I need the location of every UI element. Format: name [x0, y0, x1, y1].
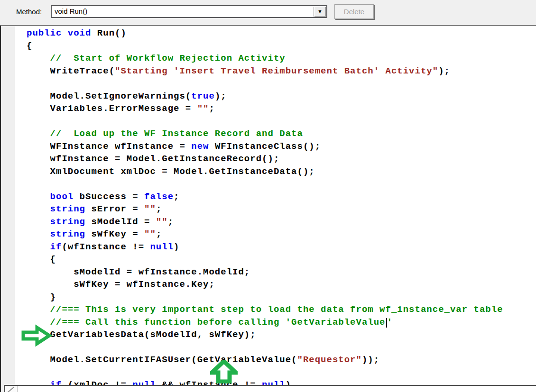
method-combobox-value: void Run() — [55, 7, 87, 15]
editor-gutter — [1, 26, 15, 392]
scrollbar-corner-grip[interactable] — [6, 386, 18, 392]
code-line[interactable] — [27, 366, 536, 379]
code-line[interactable]: sModelId = wfInstance.ModelId; — [27, 266, 536, 279]
code-line[interactable]: GetVariablesData(sModelId, sWfKey); — [27, 328, 536, 341]
green-up-arrow-icon — [210, 360, 238, 383]
method-combobox-dropdown-button[interactable]: ▼ — [314, 7, 326, 17]
code-line[interactable]: string sError = ""; — [27, 203, 536, 216]
code-line[interactable]: { — [27, 253, 536, 266]
code-line[interactable]: public void Run() — [27, 27, 536, 40]
code-line[interactable]: sWfKey = wfInstance.Key; — [27, 278, 536, 291]
code-line[interactable]: { — [27, 40, 536, 53]
code-lines[interactable]: public void Run(){ // Start of Workflow … — [15, 27, 536, 392]
code-line[interactable]: Model.SetCurrentIFASUser(GetVariableValu… — [27, 354, 536, 366]
code-line[interactable]: Variables.ErrorMessage = ""; — [27, 102, 536, 115]
green-right-arrow-icon — [21, 324, 52, 347]
code-line[interactable]: wfInstance = Model.GetInstanceRecord(); — [27, 153, 536, 165]
code-line[interactable] — [27, 77, 536, 90]
code-line[interactable]: if(wfInstance != null) — [27, 241, 536, 254]
chevron-down-icon: ▼ — [317, 9, 323, 14]
code-line[interactable]: WFInstance wfInstance = new WFInstanceCl… — [27, 140, 536, 153]
code-line[interactable]: //=== This is very important step to loa… — [27, 303, 536, 316]
code-line[interactable]: string sWfKey = ""; — [27, 228, 536, 241]
code-line[interactable]: // Load up the WF Instance Record and Da… — [27, 128, 536, 140]
code-line[interactable]: //=== Call this function before calling … — [27, 316, 536, 329]
horizontal-scrollbar[interactable] — [4, 385, 536, 392]
delete-button[interactable]: Delete — [334, 4, 374, 19]
code-line[interactable]: } — [27, 291, 536, 304]
code-editor[interactable]: public void Run(){ // Start of Workflow … — [0, 25, 536, 392]
method-combobox[interactable]: void Run() ▼ — [51, 5, 327, 18]
code-line[interactable]: Model.SetIgnoreWarnings(true); — [27, 90, 536, 103]
code-line[interactable] — [27, 178, 536, 191]
delete-button-label: Delete — [344, 8, 364, 16]
code-line[interactable]: WriteTrace("Starting 'Insert Travel Reim… — [27, 65, 536, 78]
code-line[interactable]: bool bSuccess = false; — [27, 191, 536, 203]
method-label: Method: — [16, 8, 42, 16]
code-line[interactable] — [27, 115, 536, 128]
code-line[interactable]: XmlDocument xmlDoc = Model.GetInstanceDa… — [27, 165, 536, 178]
toolbar: Method: void Run() ▼ Delete — [0, 0, 536, 25]
diagonal-grip-icon — [6, 386, 17, 392]
code-line[interactable]: // Start of Workflow Rejection Activity — [27, 52, 536, 65]
code-line[interactable] — [27, 341, 536, 354]
code-line[interactable]: string sModelId = ""; — [27, 216, 536, 228]
